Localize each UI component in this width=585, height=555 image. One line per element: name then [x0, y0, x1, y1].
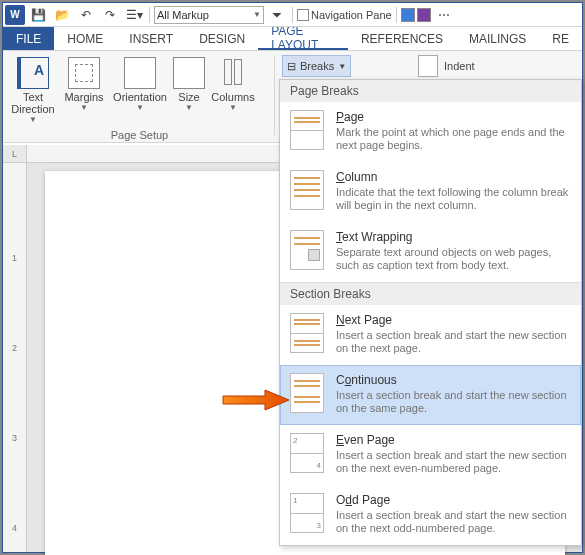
app-icon: W: [5, 5, 25, 25]
group-page-setup: Text Direction▼ Margins▼ Orientation▼ Si…: [7, 53, 272, 141]
breaks-menu: Page Breaks PageMark the point at which …: [279, 79, 582, 546]
group-label: Page Setup: [7, 129, 272, 141]
indent-icon: [418, 55, 438, 77]
qat-customize[interactable]: ☰▾: [123, 5, 145, 25]
menu-header-page-breaks: Page Breaks: [280, 80, 581, 102]
redo-button[interactable]: ↷: [99, 5, 121, 25]
indent-label: Indent: [444, 60, 475, 72]
odd-page-icon: 13: [290, 493, 324, 533]
quick-access-toolbar: W 💾 📂 ↶ ↷ ☰▾ All Markup▼ ⏷ Navigation Pa…: [3, 3, 582, 27]
continuous-icon: [290, 373, 324, 413]
color-swatch-blue[interactable]: [401, 8, 415, 22]
menu-item-page[interactable]: PageMark the point at which one page end…: [280, 102, 581, 162]
app-window: W 💾 📂 ↶ ↷ ☰▾ All Markup▼ ⏷ Navigation Pa…: [2, 2, 583, 553]
menu-item-column[interactable]: ColumnIndicate that the text following t…: [280, 162, 581, 222]
margins-button[interactable]: Margins▼: [59, 53, 109, 123]
separator: [292, 7, 293, 23]
columns-icon: [217, 57, 249, 89]
menu-item-next-page[interactable]: Next PageInsert a section break and star…: [280, 305, 581, 365]
breaks-icon: ⊟: [287, 60, 296, 73]
tab-file[interactable]: FILE: [3, 27, 54, 50]
menu-item-odd-page[interactable]: 13 Odd PageInsert a section break and st…: [280, 485, 581, 545]
save-button[interactable]: 💾: [27, 5, 49, 25]
ruler-corner: L: [3, 145, 27, 163]
separator: [396, 7, 397, 23]
menu-item-text-wrapping[interactable]: Text WrappingSeparate text around object…: [280, 222, 581, 282]
markup-combo[interactable]: All Markup▼: [154, 6, 264, 24]
qat-btn-a[interactable]: ⏷: [266, 5, 288, 25]
tab-insert[interactable]: INSERT: [116, 27, 186, 50]
tab-mailings[interactable]: MAILINGS: [456, 27, 539, 50]
navpane-checkbox[interactable]: [297, 9, 309, 21]
tab-page-layout[interactable]: PAGE LAYOUT: [258, 27, 348, 50]
vertical-ruler[interactable]: 1 2 3 4: [3, 163, 27, 552]
tab-references[interactable]: REFERENCES: [348, 27, 456, 50]
column-break-icon: [290, 170, 324, 210]
navpane-label: Navigation Pane: [311, 9, 392, 21]
text-direction-button[interactable]: Text Direction▼: [7, 53, 59, 123]
margins-icon: [68, 57, 100, 89]
columns-button[interactable]: Columns▼: [207, 53, 259, 123]
tab-home[interactable]: HOME: [54, 27, 116, 50]
menu-header-section-breaks: Section Breaks: [280, 282, 581, 305]
separator: [149, 7, 150, 23]
menu-item-continuous[interactable]: ContinuousInsert a section break and sta…: [280, 365, 581, 425]
orientation-button[interactable]: Orientation▼: [109, 53, 171, 123]
qat-more[interactable]: ⋯: [433, 5, 455, 25]
text-direction-icon: [17, 57, 49, 89]
indent-group: Indent: [418, 55, 475, 77]
menu-item-even-page[interactable]: 24 Even PageInsert a section break and s…: [280, 425, 581, 485]
ribbon-tabs: FILE HOME INSERT DESIGN PAGE LAYOUT REFE…: [3, 27, 582, 51]
breaks-button[interactable]: ⊟ Breaks ▼: [282, 55, 351, 77]
even-page-icon: 24: [290, 433, 324, 473]
size-button[interactable]: Size▼: [171, 53, 207, 123]
page-break-icon: [290, 110, 324, 150]
orientation-icon: [124, 57, 156, 89]
ribbon: Text Direction▼ Margins▼ Orientation▼ Si…: [3, 51, 582, 143]
color-swatch-purple[interactable]: [417, 8, 431, 22]
tab-design[interactable]: DESIGN: [186, 27, 258, 50]
separator: [274, 55, 275, 135]
text-wrapping-icon: [290, 230, 324, 270]
size-icon: [173, 57, 205, 89]
open-button[interactable]: 📂: [51, 5, 73, 25]
chevron-down-icon: ▼: [253, 10, 261, 19]
next-page-icon: [290, 313, 324, 353]
chevron-down-icon: ▼: [338, 62, 346, 71]
tab-review[interactable]: RE: [539, 27, 582, 50]
undo-button[interactable]: ↶: [75, 5, 97, 25]
